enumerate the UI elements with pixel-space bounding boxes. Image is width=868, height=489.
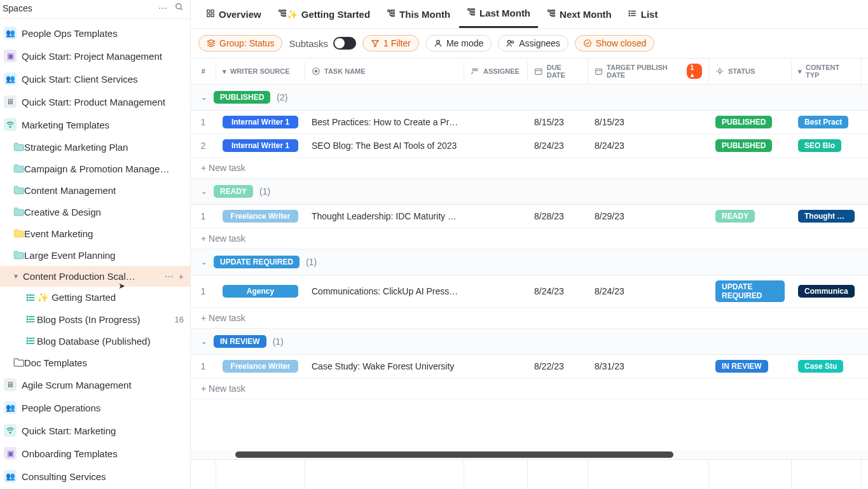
- target-date-cell[interactable]: 8/29/23: [588, 206, 709, 226]
- chevron-down-icon[interactable]: ⌄: [201, 258, 207, 266]
- new-task-button[interactable]: + New task: [191, 308, 868, 329]
- target-date-cell[interactable]: 8/24/23: [588, 281, 709, 301]
- writer-cell[interactable]: Internal Writer 1: [216, 111, 305, 134]
- group-header[interactable]: ⌄ READY (1): [191, 179, 868, 205]
- sidebar-item[interactable]: ▣Onboarding Templates: [0, 442, 190, 465]
- assignee-cell[interactable]: [464, 286, 528, 296]
- content-type-cell[interactable]: Communica: [792, 280, 862, 303]
- view-tab[interactable]: Overview: [198, 4, 269, 27]
- new-task-button[interactable]: + New task: [191, 158, 868, 179]
- task-row[interactable]: 2 Internal Writer 1 SEO Blog: The Best A…: [191, 134, 868, 158]
- view-tab[interactable]: This Month: [379, 4, 458, 27]
- sidebar-item[interactable]: Creative & Design: [0, 201, 190, 223]
- chevron-down-icon[interactable]: ▼: [13, 273, 22, 280]
- task-name-cell[interactable]: Case Study: Wake Forest University: [305, 356, 464, 376]
- subtasks-toggle[interactable]: [333, 37, 356, 50]
- view-tab[interactable]: ✨Getting Started: [270, 4, 378, 27]
- chevron-down-icon[interactable]: ⌄: [201, 187, 207, 196]
- sidebar-item[interactable]: 👥Quick Start: Client Services: [0, 67, 190, 90]
- status-cell[interactable]: IN REVIEW: [709, 355, 792, 378]
- due-date-cell[interactable]: 8/28/23: [528, 206, 588, 226]
- task-row[interactable]: 1 Freelance Writer Case Study: Wake Fore…: [191, 355, 868, 378]
- task-name-cell[interactable]: Thought Leadership: IDC Maturity …: [305, 206, 464, 226]
- group-header[interactable]: ⌄ UPDATE REQUIRED (1): [191, 249, 868, 275]
- writer-cell[interactable]: Agency: [216, 280, 305, 303]
- horizontal-scrollbar[interactable]: [191, 450, 868, 459]
- status-cell[interactable]: UPDATE REQUIRED: [709, 275, 792, 307]
- task-row[interactable]: 1 Agency Communications: ClickUp AI Pres…: [191, 275, 868, 308]
- col-target[interactable]: TARGET PUBLISH DATE 1 ▴: [588, 59, 709, 84]
- target-date-cell[interactable]: 8/24/23: [588, 135, 709, 156]
- assignee-cell[interactable]: [464, 211, 528, 221]
- sidebar-item[interactable]: Campaign & Promotion Manage…: [0, 158, 190, 179]
- col-due[interactable]: DUE DATE: [528, 59, 588, 84]
- content-type-cell[interactable]: Best Pract: [792, 111, 862, 134]
- task-row[interactable]: 1 Internal Writer 1 Best Practices: How …: [191, 111, 868, 134]
- sidebar-item[interactable]: Large Event Planning: [0, 244, 190, 266]
- sidebar-item[interactable]: 🖥Quick Start: Product Management: [0, 90, 190, 113]
- due-date-cell[interactable]: 8/15/23: [528, 112, 588, 132]
- col-writer[interactable]: ▾ WRITER SOURCE: [216, 62, 305, 81]
- group-header[interactable]: ⌄ IN REVIEW (1): [191, 329, 868, 355]
- assignees-pill[interactable]: Assignees: [498, 35, 568, 52]
- chevron-down-icon[interactable]: ⌄: [201, 337, 207, 346]
- filter-pill[interactable]: 1 Filter: [362, 35, 419, 52]
- status-cell[interactable]: PUBLISHED: [709, 111, 792, 134]
- sidebar-item[interactable]: 👥People Operations: [0, 396, 190, 419]
- search-icon[interactable]: [175, 3, 184, 13]
- plus-icon[interactable]: +: [179, 272, 184, 282]
- sidebar-item[interactable]: 👥People Ops Templates: [0, 22, 190, 45]
- col-assignee[interactable]: ASSIGNEE: [464, 62, 528, 81]
- view-tab[interactable]: List: [621, 4, 666, 27]
- new-task-button[interactable]: + New task: [191, 378, 868, 399]
- target-date-cell[interactable]: 8/15/23: [588, 112, 709, 132]
- show-closed-pill[interactable]: Show closed: [575, 35, 654, 52]
- task-row[interactable]: 1 Freelance Writer Thought Leadership: I…: [191, 205, 868, 228]
- writer-cell[interactable]: Freelance Writer: [216, 355, 305, 378]
- task-name-cell[interactable]: Best Practices: How to Create a Pr…: [305, 112, 464, 132]
- sidebar-item[interactable]: Marketing Templates: [0, 113, 190, 136]
- sidebar-item[interactable]: Content Management: [0, 179, 190, 201]
- me-mode-pill[interactable]: Me mode: [425, 35, 492, 52]
- due-date-cell[interactable]: 8/22/23: [528, 356, 588, 376]
- view-tab[interactable]: Next Month: [539, 4, 619, 27]
- sidebar-item[interactable]: ▣Quick Start: Project Management: [0, 45, 190, 67]
- sidebar-item[interactable]: 👥Consulting Services: [0, 465, 190, 488]
- status-cell[interactable]: PUBLISHED: [709, 134, 792, 157]
- sidebar-item[interactable]: ▼Content Production Scal…⋯+: [0, 266, 190, 287]
- scrollbar-thumb[interactable]: [235, 451, 674, 458]
- sidebar-item[interactable]: Blog Database (Published): [0, 330, 190, 352]
- group-header[interactable]: ⌄ PUBLISHED (2): [191, 85, 868, 111]
- due-date-cell[interactable]: 8/24/23: [528, 281, 588, 301]
- view-tab[interactable]: Last Month: [459, 3, 538, 28]
- content-type-cell[interactable]: Case Stu: [792, 355, 862, 378]
- status-cell[interactable]: READY: [709, 205, 792, 228]
- chevron-down-icon[interactable]: ⌄: [201, 93, 207, 102]
- col-content[interactable]: ▾ CONTENT TYP: [792, 59, 862, 84]
- target-date-cell[interactable]: 8/31/23: [588, 356, 709, 376]
- new-task-button[interactable]: + New task: [191, 228, 868, 249]
- sidebar-item[interactable]: 🖥Agile Scrum Management: [0, 373, 190, 396]
- sidebar-item[interactable]: Doc Templates: [0, 352, 190, 373]
- more-icon[interactable]: ⋯: [158, 3, 167, 13]
- sidebar-item[interactable]: Blog Posts (In Progress)16: [0, 308, 190, 330]
- assignee-cell[interactable]: [464, 117, 528, 127]
- writer-cell[interactable]: Internal Writer 1: [216, 134, 305, 157]
- sidebar-item[interactable]: ✨ Getting Started: [0, 287, 190, 308]
- task-name-cell[interactable]: SEO Blog: The Best AI Tools of 2023: [305, 135, 464, 156]
- assignee-cell[interactable]: [464, 141, 528, 151]
- content-type-cell[interactable]: SEO Blo: [792, 134, 862, 157]
- more-icon[interactable]: ⋯: [165, 272, 174, 282]
- sidebar-item[interactable]: Strategic Marketing Plan: [0, 136, 190, 158]
- due-date-cell[interactable]: 8/24/23: [528, 135, 588, 156]
- group-pill[interactable]: Group: Status: [198, 35, 282, 52]
- content-type-cell[interactable]: Thought Lead: [792, 205, 862, 228]
- col-number[interactable]: #: [191, 62, 216, 80]
- sidebar-item[interactable]: Event Marketing: [0, 223, 190, 244]
- col-task[interactable]: TASK NAME: [305, 62, 464, 81]
- assignee-cell[interactable]: [464, 361, 528, 371]
- sidebar-item[interactable]: Quick Start: Marketing: [0, 419, 190, 442]
- col-status[interactable]: STATUS: [709, 62, 792, 81]
- writer-cell[interactable]: Freelance Writer: [216, 205, 305, 228]
- task-name-cell[interactable]: Communications: ClickUp AI Press…: [305, 281, 464, 301]
